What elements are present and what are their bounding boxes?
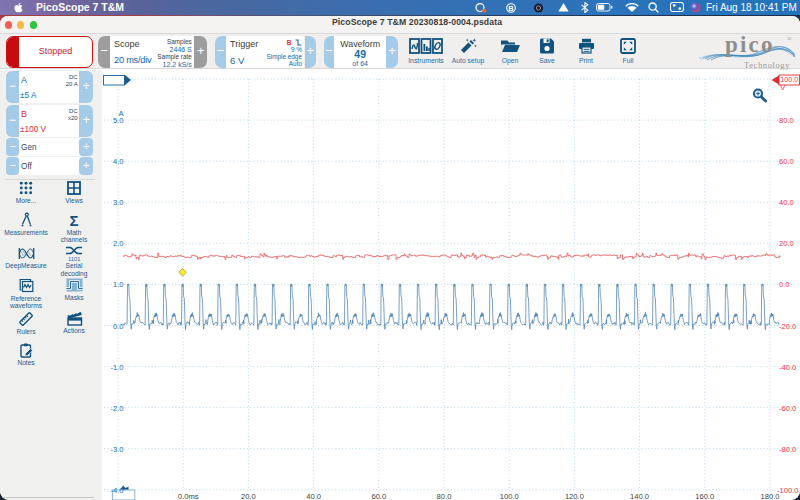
svg-text:80.0: 80.0 xyxy=(437,491,452,500)
svg-text:Technology: Technology xyxy=(744,60,790,70)
svg-text:ms: ms xyxy=(188,491,198,500)
svg-text:1.0: 1.0 xyxy=(113,280,124,289)
svg-text:20.0: 20.0 xyxy=(241,491,256,500)
svg-text:140.0: 140.0 xyxy=(630,491,649,500)
svg-text:0.0: 0.0 xyxy=(178,491,189,500)
svg-text:120.0: 120.0 xyxy=(565,491,584,500)
svg-text:pico: pico xyxy=(725,34,775,57)
svg-text:40.0: 40.0 xyxy=(779,198,794,207)
svg-text:Σ: Σ xyxy=(69,212,78,227)
svg-text:2.0: 2.0 xyxy=(113,239,124,248)
svg-text:-80.0: -80.0 xyxy=(779,444,796,453)
svg-text:-4.0: -4.0 xyxy=(110,485,123,494)
svg-text:20.0: 20.0 xyxy=(779,239,794,248)
svg-text:4.0: 4.0 xyxy=(113,157,124,166)
svg-text:®: ® xyxy=(787,36,792,42)
svg-text:3.0: 3.0 xyxy=(113,198,124,207)
svg-text:-2.0: -2.0 xyxy=(110,403,123,412)
svg-text:-100.0: -100.0 xyxy=(777,485,799,494)
svg-text:0.0: 0.0 xyxy=(779,280,790,289)
svg-text:-60.0: -60.0 xyxy=(779,403,796,412)
svg-text:1101: 1101 xyxy=(68,255,80,261)
svg-text:-40.0: -40.0 xyxy=(779,362,796,371)
svg-text:160.0: 160.0 xyxy=(695,491,714,500)
svg-text:100.0: 100.0 xyxy=(780,75,798,84)
svg-text:-3.0: -3.0 xyxy=(110,444,123,453)
svg-text:A: A xyxy=(118,108,124,117)
svg-text:80.0: 80.0 xyxy=(779,116,794,125)
svg-text:0.0: 0.0 xyxy=(113,321,124,330)
svg-text:180.0: 180.0 xyxy=(760,491,779,500)
svg-text:B: B xyxy=(508,3,514,12)
svg-text:40.0: 40.0 xyxy=(306,491,321,500)
svg-text:60.0: 60.0 xyxy=(779,157,794,166)
svg-text:-20.0: -20.0 xyxy=(779,321,796,330)
svg-text:100.0: 100.0 xyxy=(500,491,519,500)
svg-text:60.0: 60.0 xyxy=(371,491,386,500)
svg-text:-1.0: -1.0 xyxy=(110,362,123,371)
